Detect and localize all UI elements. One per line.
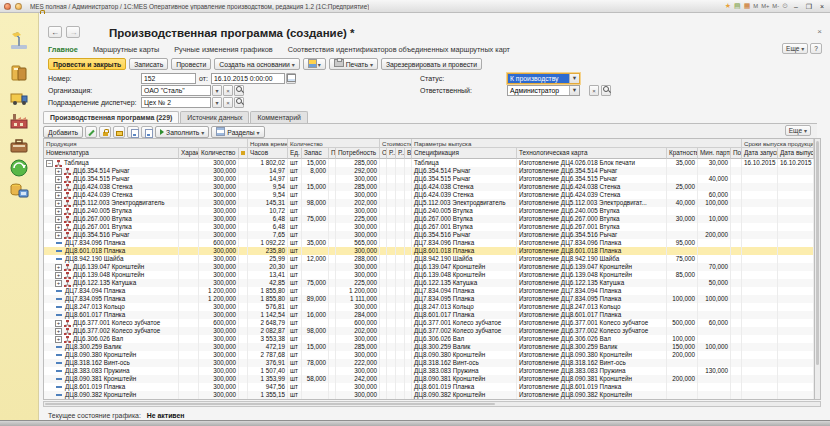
org-clear-button[interactable]: × — [223, 85, 233, 96]
nomenclature-cell[interactable]: ДЦ8.383.083 Пружина — [44, 367, 179, 375]
table-cell[interactable]: 500,000 — [667, 319, 698, 327]
table-cell[interactable]: Изготовление ДЦ6.377.002 Колесо зубчатое — [517, 327, 667, 335]
tree-expander[interactable]: − — [46, 160, 53, 167]
table-row[interactable]: +ДЦ6.424.038 Стенка300,0009,54шт15,00028… — [44, 183, 814, 191]
table-cell[interactable] — [380, 279, 387, 287]
table-cell[interactable] — [405, 215, 412, 223]
table-cell[interactable] — [405, 271, 412, 279]
table-cell[interactable] — [302, 175, 329, 183]
table-cell[interactable] — [742, 311, 778, 319]
table-cell[interactable]: 300,000 — [336, 335, 380, 343]
table-cell[interactable] — [396, 295, 405, 303]
table-cell[interactable]: 20,30 — [248, 263, 288, 271]
table-cell[interactable] — [396, 311, 405, 319]
table-cell[interactable]: 98,000 — [302, 199, 329, 207]
table-cell[interactable] — [380, 159, 387, 167]
tab-route-maps[interactable]: Маршрутные карты — [93, 45, 159, 54]
table-cell[interactable] — [387, 367, 396, 375]
table-cell[interactable]: шт — [288, 279, 302, 287]
table-cell[interactable] — [742, 327, 778, 335]
table-cell[interactable] — [329, 375, 336, 383]
table-cell[interactable]: 100,000 — [698, 199, 731, 207]
table-cell[interactable] — [387, 391, 396, 399]
tree-expander[interactable]: + — [55, 208, 62, 215]
table-cell[interactable] — [405, 191, 412, 199]
table-cell[interactable] — [731, 351, 742, 359]
table-cell[interactable] — [698, 383, 731, 391]
table-cell[interactable] — [405, 295, 412, 303]
table-cell[interactable] — [778, 183, 814, 191]
table-cell[interactable]: ДЦ6.354.514 Рычаг — [412, 167, 517, 175]
table-cell[interactable] — [179, 295, 199, 303]
table-cell[interactable] — [380, 247, 387, 255]
table-cell[interactable] — [380, 263, 387, 271]
table-cell[interactable] — [405, 247, 412, 255]
column-header[interactable]: Спецификация — [412, 148, 517, 159]
table-cell[interactable]: 15,000 — [302, 343, 329, 351]
status-select[interactable]: К производству▼ — [507, 73, 580, 84]
table-cell[interactable]: 15,000 — [302, 159, 329, 167]
table-cell[interactable] — [396, 231, 405, 239]
table-row[interactable]: +ДЦ6.354.515 Рычаг300,00014,97шт300,000Д… — [44, 175, 814, 183]
table-cell[interactable]: 300,000 — [199, 271, 239, 279]
table-cell[interactable] — [405, 327, 412, 335]
table-cell[interactable]: Изготовление ДЦ6.354.514 Рычаг — [517, 167, 667, 175]
post-button[interactable]: Провести — [171, 58, 211, 70]
table-cell[interactable] — [380, 215, 387, 223]
table-cell[interactable]: 40,000 — [667, 199, 698, 207]
table-cell[interactable]: 60,000 — [698, 319, 731, 327]
table-cell[interactable] — [742, 223, 778, 231]
table-cell[interactable] — [698, 311, 731, 319]
nomenclature-cell[interactable]: ДЦ8.601.018 Планка — [44, 247, 179, 255]
table-cell[interactable] — [302, 367, 329, 375]
table-cell[interactable] — [778, 231, 814, 239]
nomenclature-cell[interactable]: ДЦ8.090.381 Кронштейн — [44, 375, 179, 383]
table-cell[interactable] — [329, 159, 336, 167]
table-cell[interactable]: 200,000 — [667, 375, 698, 383]
table-cell[interactable]: 14,97 — [248, 175, 288, 183]
table-cell[interactable] — [778, 319, 814, 327]
table-cell[interactable]: 30,000 — [667, 215, 698, 223]
table-cell[interactable]: 300,000 — [199, 215, 239, 223]
table-cell[interactable]: ДЦ8.300.259 Валик — [412, 343, 517, 351]
table-cell[interactable] — [239, 199, 248, 207]
table-cell[interactable] — [396, 335, 405, 343]
table-cell[interactable] — [387, 303, 396, 311]
print-button[interactable]: Печать ▾ — [329, 58, 378, 70]
table-cell[interactable]: ДЦ6.267.001 Втулка — [412, 223, 517, 231]
table-cell[interactable] — [778, 271, 814, 279]
table-cell[interactable] — [380, 367, 387, 375]
table-cell[interactable] — [387, 207, 396, 215]
table-cell[interactable] — [698, 335, 731, 343]
table-cell[interactable] — [387, 383, 396, 391]
column-header[interactable]: Технологическая карта — [517, 148, 667, 159]
table-cell[interactable]: 6,48 — [248, 223, 288, 231]
table-cell[interactable] — [731, 367, 742, 375]
lock-button[interactable] — [99, 126, 111, 138]
table-cell[interactable]: 285,000 — [336, 159, 380, 167]
table-cell[interactable] — [179, 287, 199, 295]
table-cell[interactable] — [396, 303, 405, 311]
table-cell[interactable] — [698, 351, 731, 359]
table-cell[interactable] — [387, 231, 396, 239]
table-cell[interactable] — [731, 311, 742, 319]
table-cell[interactable]: ДЦ8.383.083 Пружина — [412, 367, 517, 375]
column-header[interactable]: В — [405, 148, 412, 159]
table-cell[interactable]: 60,000 — [698, 191, 731, 199]
table-cell[interactable] — [667, 247, 698, 255]
column-header[interactable]: Номенклатура — [44, 148, 179, 159]
tree-expander[interactable]: + — [55, 232, 62, 239]
table-cell[interactable] — [778, 343, 814, 351]
table-cell[interactable] — [387, 175, 396, 183]
table-cell[interactable]: ДЦ6.240.005 Втулка — [412, 207, 517, 215]
table-cell[interactable] — [239, 247, 248, 255]
table-cell[interactable] — [731, 183, 742, 191]
table-cell[interactable] — [405, 303, 412, 311]
table-cell[interactable]: Изготовление ДЦ6.240.005 Втулка — [517, 207, 667, 215]
tree-expander[interactable]: + — [55, 328, 62, 335]
table-cell[interactable] — [667, 175, 698, 183]
table-cell[interactable] — [742, 383, 778, 391]
table-cell[interactable]: 600,000 — [336, 319, 380, 327]
table-cell[interactable] — [329, 295, 336, 303]
table-row[interactable]: +ДЦ6.424.039 Стенка300,0009,54шт300,000Д… — [44, 191, 814, 199]
